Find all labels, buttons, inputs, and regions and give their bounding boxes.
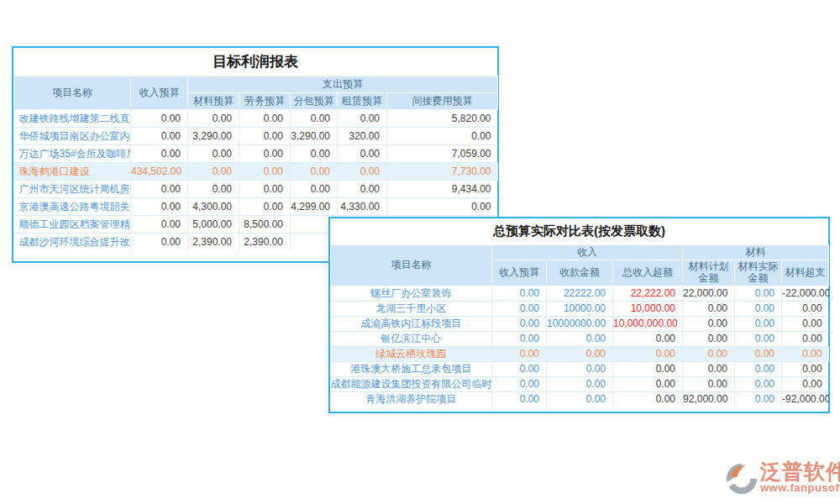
- header-row: 项目名称 收入预算 支出预算: [14, 76, 498, 93]
- project-name-link[interactable]: 顺德工业园区档案管理精装饰工程: [19, 218, 131, 232]
- column-header-material-actual-amount: 材料实际金额: [735, 260, 782, 286]
- logo-website-text: www.fanpusoft.com: [760, 482, 840, 494]
- value-cell: 0.00: [782, 346, 829, 361]
- project-name-link[interactable]: 万达广场35#会所及咖啡厅空调安: [19, 147, 131, 161]
- value-cell: 0.00: [735, 286, 782, 301]
- fanpu-logo-icon: [725, 461, 759, 495]
- project-name-link[interactable]: 龙湖三千里小区: [375, 302, 446, 316]
- table-row[interactable]: 成都能源建设集团投资有限公司临时办公场所装修工程0.000.000.000.00…: [331, 376, 829, 391]
- value-cell: 0.00: [782, 376, 829, 391]
- project-name-link[interactable]: 青海洪湖养护院项目: [365, 392, 456, 407]
- project-name-cell[interactable]: 成都沙河环境综合提升改造运河护: [14, 234, 131, 251]
- table-row[interactable]: 龙湖三千里小区0.0010000.0010,000.000.000.000.00: [331, 301, 829, 316]
- value-cell: 7,730.00: [387, 163, 498, 181]
- table-row[interactable]: 珠海鹤港口建设434,502.000.000.000.000.007,730.0…: [14, 163, 498, 181]
- project-name-cell[interactable]: 改建铁路线增建第二线直通线（成: [14, 110, 131, 128]
- project-name-link[interactable]: 改建铁路线增建第二线直通线（成: [19, 112, 131, 126]
- project-name-cell[interactable]: 港珠澳大桥施工总承包项目: [331, 361, 492, 376]
- value-cell: 0.00: [683, 301, 735, 316]
- project-name-cell[interactable]: 青海洪湖养护院项目: [331, 391, 492, 407]
- page-title: 目标利润报表: [213, 52, 298, 71]
- page-title: 总预算实际对比表(按发票取数): [493, 223, 665, 239]
- project-name-cell[interactable]: 螺丝厂办公室装饰: [331, 286, 492, 301]
- column-group-expense-budget: 支出预算: [188, 76, 498, 93]
- value-cell: 0.00: [613, 346, 683, 361]
- project-name-cell[interactable]: 顺德工业园区档案管理精装饰工程: [14, 216, 131, 234]
- project-name-link[interactable]: 绿城云栖玫瑰园: [375, 347, 446, 361]
- project-name-link[interactable]: 螺丝厂办公室装饰: [370, 286, 451, 301]
- column-header-received-amount: 收款金额: [547, 260, 613, 286]
- project-name-cell[interactable]: 龙湖三千里小区: [331, 301, 492, 316]
- project-name-link[interactable]: 华侨城项目南区办公室内装修工程: [19, 129, 131, 144]
- table-row[interactable]: 万达广场35#会所及咖啡厅空调安0.000.000.000.000.007,05…: [14, 145, 498, 163]
- value-cell: 0.00: [131, 234, 188, 251]
- table-row[interactable]: 广州市天河区统计局机房改造项目0.000.000.000.000.009,434…: [14, 181, 498, 198]
- value-cell: -22,000.00: [782, 286, 829, 301]
- project-name-cell[interactable]: 银亿滨江中心: [331, 331, 492, 346]
- table-row[interactable]: 港珠澳大桥施工总承包项目0.000.000.000.000.000.00: [331, 361, 829, 376]
- project-name-cell[interactable]: 珠海鹤港口建设: [14, 163, 131, 181]
- value-cell: 0.00: [782, 316, 829, 331]
- value-cell: 3,290.00: [188, 128, 239, 145]
- budget-actual-comparison-table: 项目名称 收入 材料 收入预算 收款金额 总收入超额 材料计划金额 材料实际金额…: [330, 244, 829, 407]
- value-cell: 0.00: [547, 346, 613, 361]
- value-cell: 0.00: [338, 181, 387, 198]
- value-cell: 0.00: [492, 316, 547, 331]
- project-name-link[interactable]: 成都能源建设集团投资有限公司临时办公场所装修工程: [331, 377, 492, 391]
- table-row[interactable]: 华侨城项目南区办公室内装修工程0.003,290.000.003,290.003…: [14, 128, 498, 145]
- project-name-link[interactable]: 广州市天河区统计局机房改造项目: [19, 182, 131, 197]
- value-cell: 0.00: [188, 110, 239, 128]
- value-cell: 0.00: [338, 145, 387, 163]
- table-row[interactable]: 改建铁路线增建第二线直通线（成0.000.000.000.000.005,820…: [14, 110, 498, 128]
- project-name-cell[interactable]: 华侨城项目南区办公室内装修工程: [14, 128, 131, 145]
- value-cell: 0.00: [239, 163, 291, 181]
- column-group-material: 材料: [683, 245, 829, 260]
- value-cell: 0.00: [131, 181, 188, 198]
- project-name-cell[interactable]: 广州市天河区统计局机房改造项目: [14, 181, 131, 198]
- project-name-cell[interactable]: 成都能源建设集团投资有限公司临时办公场所装修工程: [331, 376, 492, 391]
- value-cell: 0.00: [291, 181, 338, 198]
- value-cell: 434,502.00: [131, 163, 188, 181]
- column-header-project: 项目名称: [14, 76, 131, 110]
- project-name-link[interactable]: 珠海鹤港口建设: [19, 165, 90, 179]
- value-cell: 0.00: [735, 331, 782, 346]
- column-header-material-overspend: 材料超支: [782, 260, 829, 286]
- project-name-link[interactable]: 成渝高铁内江标段项目: [360, 317, 461, 331]
- value-cell: 2,390.00: [239, 234, 291, 251]
- value-cell: 7,059.00: [387, 145, 498, 163]
- table-row[interactable]: 绿城云栖玫瑰园0.000.000.000.000.000.00: [331, 346, 829, 361]
- project-name-link[interactable]: 成都沙河环境综合提升改造运河护: [19, 235, 131, 249]
- project-name-link[interactable]: 银亿滨江中心: [381, 332, 441, 346]
- value-cell: 0.00: [683, 331, 735, 346]
- project-name-cell[interactable]: 京港澳高速公路粤境韶关至广州互: [14, 198, 131, 216]
- project-name-link[interactable]: 港珠澳大桥施工总承包项目: [350, 362, 471, 376]
- logo-brand-text: 泛普软件: [760, 461, 840, 482]
- project-name-cell[interactable]: 绿城云栖玫瑰园: [331, 346, 492, 361]
- table-row[interactable]: 螺丝厂办公室装饰0.0022222.0022,222.0022,000.000.…: [331, 286, 829, 301]
- value-cell: 0.00: [291, 163, 338, 181]
- value-cell: 0.00: [547, 376, 613, 391]
- value-cell: 0.00: [683, 361, 735, 376]
- value-cell: 0.00: [131, 198, 188, 216]
- table-row[interactable]: 京港澳高速公路粤境韶关至广州互0.004,300.000.004,299.004…: [14, 198, 498, 216]
- table-row[interactable]: 银亿滨江中心0.000.000.000.000.000.00: [331, 331, 829, 346]
- value-cell: 0.00: [735, 376, 782, 391]
- value-cell: 0.00: [188, 163, 239, 181]
- project-name-cell[interactable]: 成渝高铁内江标段项目: [331, 316, 492, 331]
- value-cell: 0.00: [492, 346, 547, 361]
- header-row: 项目名称 收入 材料: [331, 245, 829, 260]
- project-name-cell[interactable]: 万达广场35#会所及咖啡厅空调安: [14, 145, 131, 163]
- value-cell: 0.00: [338, 163, 387, 181]
- value-cell: 0.00: [613, 361, 683, 376]
- value-cell: 0.00: [492, 301, 547, 316]
- value-cell: 10000000.00: [547, 316, 613, 331]
- table-row[interactable]: 成渝高铁内江标段项目0.0010000000.0010,000,000.000.…: [331, 316, 829, 331]
- value-cell: 10,000,000.00: [613, 316, 683, 331]
- value-cell: 0.00: [782, 331, 829, 346]
- value-cell: 10000.00: [547, 301, 613, 316]
- value-cell: 0.00: [492, 361, 547, 376]
- value-cell: 0.00: [735, 346, 782, 361]
- window-titlebar: 目标利润报表: [13, 48, 497, 76]
- table-row[interactable]: 青海洪湖养护院项目0.000.000.0092,000.000.00-92,00…: [331, 391, 829, 407]
- project-name-link[interactable]: 京港澳高速公路粤境韶关至广州互: [19, 200, 131, 214]
